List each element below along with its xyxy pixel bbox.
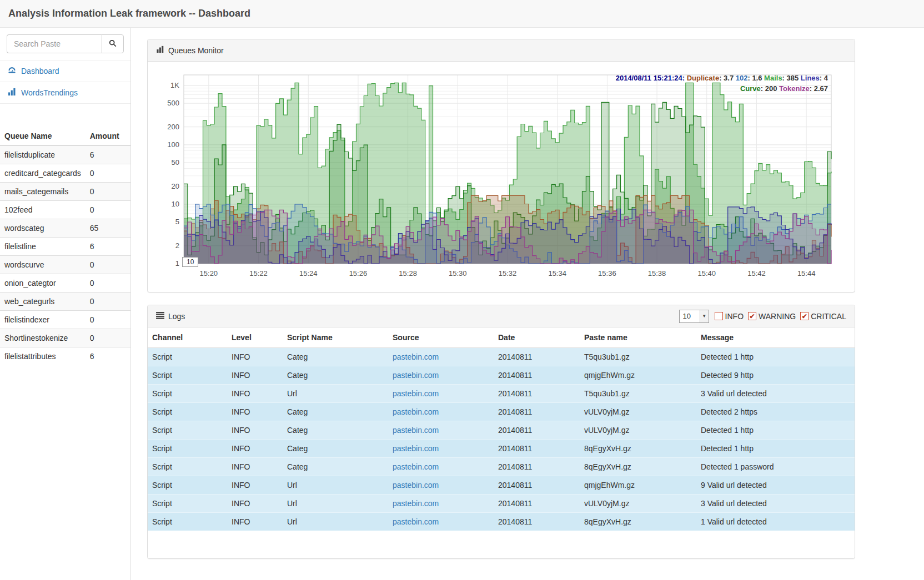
log-row: ScriptINFOCategpastebin.com20140811vULV0… [148, 403, 855, 421]
queue-name: creditcard_categcards [0, 164, 86, 183]
queue-name: mails_categemails [0, 183, 86, 201]
source-link[interactable]: pastebin.com [393, 352, 439, 361]
log-script-name: Categ [283, 366, 388, 385]
bar-chart-icon [8, 88, 16, 98]
svg-text:20: 20 [172, 182, 179, 190]
search-button[interactable] [102, 34, 124, 53]
queue-row: wordscateg65 [0, 219, 130, 238]
search-input[interactable] [7, 34, 102, 53]
queue-name: web_categurls [0, 292, 86, 311]
log-row: ScriptINFOCategpastebin.com20140811qmjgE… [148, 366, 855, 385]
source-link[interactable]: pastebin.com [393, 499, 439, 508]
log-message: Detected 1 http [696, 348, 855, 366]
list-icon [156, 312, 164, 321]
log-message: Detected 9 http [696, 366, 855, 385]
logs-col-header: Date [494, 327, 580, 348]
log-channel: Script [148, 495, 227, 513]
filter-critical[interactable]: ✔CRITICAL [800, 312, 846, 321]
queue-row: Shortlinestokenize0 [0, 329, 130, 347]
checkbox-unchecked-icon[interactable] [715, 312, 723, 320]
checkbox-checked-icon[interactable]: ✔ [748, 312, 756, 320]
svg-text:50: 50 [172, 158, 179, 167]
dashboard-icon [8, 66, 16, 76]
log-channel: Script [148, 513, 227, 531]
chart-tooltip: 10 [182, 257, 198, 267]
svg-text:5: 5 [175, 218, 179, 226]
queue-table-header: Queue Name Amount [0, 127, 130, 145]
queue-row: mails_categemails0 [0, 183, 130, 201]
log-paste-name: 8qEgyXvH.gz [580, 458, 696, 476]
log-channel: Script [148, 366, 227, 385]
log-date: 20140811 [494, 476, 580, 495]
log-level: INFO [227, 403, 283, 421]
log-script-name: Categ [283, 421, 388, 440]
log-level: INFO [227, 366, 283, 385]
queue-name: filelistduplicate [0, 145, 86, 164]
filter-label: INFO [725, 312, 744, 321]
log-row: ScriptINFOCategpastebin.com20140811vULV0… [148, 421, 855, 440]
log-date: 20140811 [494, 513, 580, 531]
checkbox-checked-icon[interactable]: ✔ [800, 312, 808, 320]
source-link[interactable]: pastebin.com [393, 517, 439, 526]
filter-warning[interactable]: ✔WARNING [748, 312, 796, 321]
log-date: 20140811 [494, 348, 580, 366]
queue-name: 102feed [0, 201, 86, 219]
page-size-select[interactable]: 10 ▼ [679, 310, 709, 323]
source-link[interactable]: pastebin.com [393, 407, 439, 416]
queue-amount: 0 [86, 201, 130, 219]
source-link[interactable]: pastebin.com [393, 371, 439, 380]
queue-table-body: filelistduplicate6creditcard_categcards0… [0, 145, 130, 365]
log-paste-name: vULV0yjM.gz [580, 495, 696, 513]
source-link[interactable]: pastebin.com [393, 444, 439, 453]
log-source: pastebin.com [388, 348, 494, 366]
logs-col-header: Message [696, 327, 855, 348]
queue-row: filelistduplicate6 [0, 145, 130, 164]
queues-chart-svg[interactable]: 1K50020010050201052115:2015:2215:2415:26… [156, 68, 846, 286]
log-paste-name: vULV0yjM.gz [580, 403, 696, 421]
svg-text:2: 2 [175, 241, 179, 250]
sidebar: Dashboard WordsTrendings Queue Name Amo [0, 28, 131, 580]
log-message: 9 Valid url detected [696, 476, 855, 495]
log-level: INFO [227, 421, 283, 440]
queue-row: 102feed0 [0, 201, 130, 219]
log-paste-name: qmjgEhWm.gz [580, 476, 696, 495]
log-date: 20140811 [494, 495, 580, 513]
log-level: INFO [227, 440, 283, 458]
log-date: 20140811 [494, 385, 580, 403]
queue-amount: 0 [86, 274, 130, 292]
logs-heading: Logs 10 ▼ INFO✔WARNING✔CRITICAL [148, 305, 855, 327]
svg-text:15:30: 15:30 [449, 269, 467, 278]
log-message: Detected 2 https [696, 403, 855, 421]
queues-monitor-panel: Queues Monitor 1K50020010050201052115:20… [147, 39, 855, 292]
sidebar-item-wordstrendings[interactable]: WordsTrendings [0, 82, 130, 104]
log-row: ScriptINFOUrlpastebin.com20140811qmjgEhW… [148, 476, 855, 495]
source-link[interactable]: pastebin.com [393, 426, 439, 435]
svg-text:15:20: 15:20 [200, 269, 218, 278]
source-link[interactable]: pastebin.com [393, 462, 439, 471]
log-paste-name: 8qEgyXvH.gz [580, 440, 696, 458]
source-link[interactable]: pastebin.com [393, 481, 439, 490]
log-row: ScriptINFOUrlpastebin.com201408118qEgyXv… [148, 513, 855, 531]
log-source: pastebin.com [388, 458, 494, 476]
log-script-name: Categ [283, 440, 388, 458]
log-level: INFO [227, 513, 283, 531]
svg-text:15:28: 15:28 [399, 269, 417, 278]
sidebar-nav: Dashboard WordsTrendings [0, 60, 130, 104]
queue-row: onion_categtor0 [0, 274, 130, 292]
sidebar-item-dashboard[interactable]: Dashboard [0, 60, 130, 82]
queue-table: Queue Name Amount filelistduplicate6cred… [0, 127, 130, 365]
svg-text:15:36: 15:36 [598, 269, 616, 278]
svg-text:100: 100 [167, 140, 179, 149]
filter-info[interactable]: INFO [715, 312, 744, 321]
queue-name: filelistindexer [0, 311, 86, 329]
logs-col-header: Source [388, 327, 494, 348]
log-source: pastebin.com [388, 513, 494, 531]
queue-col-amount: Amount [86, 127, 130, 145]
queues-monitor-heading: Queues Monitor [148, 39, 855, 62]
queue-row: web_categurls0 [0, 292, 130, 311]
log-level: INFO [227, 495, 283, 513]
log-row: ScriptINFOCategpastebin.com20140811T5qu3… [148, 348, 855, 366]
log-level: INFO [227, 458, 283, 476]
source-link[interactable]: pastebin.com [393, 389, 439, 398]
panel-title: Logs [168, 312, 185, 321]
